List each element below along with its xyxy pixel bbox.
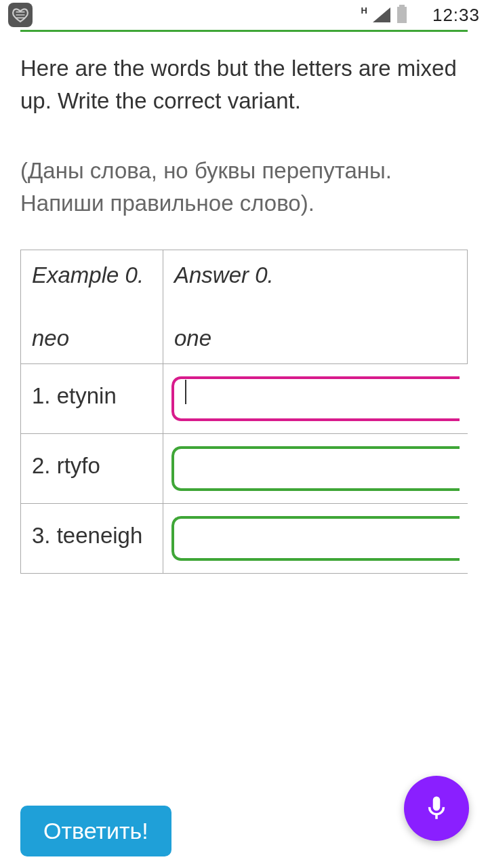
prompt-cell: 2. rtyfo xyxy=(21,434,163,504)
answer-input-3[interactable] xyxy=(171,516,460,561)
input-cell xyxy=(163,364,468,434)
status-bar: H 12:33 xyxy=(0,0,488,30)
example-answer: one xyxy=(174,326,456,351)
exercise-table: Example 0. neo Answer 0. one 1. etynin 2… xyxy=(20,250,468,574)
battery-icon xyxy=(397,7,407,23)
answer-input-2[interactable] xyxy=(171,446,460,491)
instruction-en: Here are the words but the letters are m… xyxy=(20,52,468,117)
network-type-label: H xyxy=(361,5,367,16)
microphone-icon xyxy=(422,794,451,823)
voice-input-button[interactable] xyxy=(404,776,469,841)
example-word: neo xyxy=(32,326,152,351)
example-answer-label: Answer 0. xyxy=(174,262,274,288)
clock: 12:33 xyxy=(432,5,480,26)
table-row: 1. etynin xyxy=(21,364,468,434)
prompt-cell: 3. teeneigh xyxy=(21,504,163,574)
submit-button[interactable]: Ответить! xyxy=(20,806,171,856)
example-label: Example 0. xyxy=(32,262,144,288)
input-cell xyxy=(163,434,468,504)
example-row: Example 0. neo Answer 0. one xyxy=(21,250,468,364)
signal-icon xyxy=(373,7,390,22)
prompt-cell: 1. etynin xyxy=(21,364,163,434)
table-row: 3. teeneigh xyxy=(21,504,468,574)
table-row: 2. rtyfo xyxy=(21,434,468,504)
example-prompt-cell: Example 0. neo xyxy=(21,250,163,364)
input-cell xyxy=(163,504,468,574)
instruction-ru: (Даны слова, но буквы перепутаны. Напиши… xyxy=(20,155,468,220)
app-launcher-icon[interactable] xyxy=(8,3,33,27)
example-answer-cell: Answer 0. one xyxy=(163,250,468,364)
answer-input-1[interactable] xyxy=(171,376,460,421)
